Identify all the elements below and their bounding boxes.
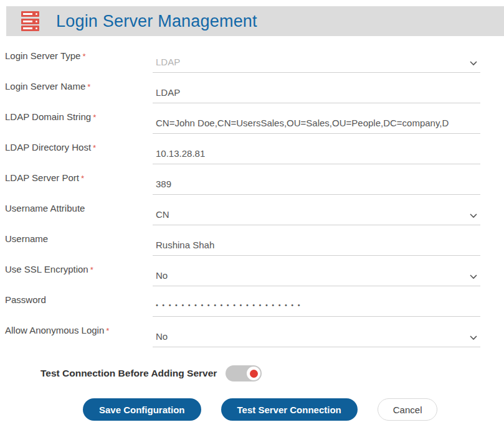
required-asterisk: * <box>93 143 96 152</box>
required-asterisk: * <box>81 174 84 183</box>
cancel-button[interactable]: Cancel <box>378 398 438 421</box>
field-row-login-server-name: Login Server Name* LDAP <box>0 73 504 103</box>
page-title: Login Server Management <box>56 12 257 31</box>
field-value: LDAP <box>153 87 180 103</box>
field-row-ldap-directory-host: LDAP Directory Host* 10.13.28.81 <box>0 134 504 164</box>
field-label: Login Server Type* <box>5 42 153 73</box>
field-row-ldap-server-port: LDAP Server Port* 389 <box>0 164 504 195</box>
field-value: LDAP <box>153 57 180 72</box>
select-use-ssl-encryption[interactable]: No <box>153 256 480 286</box>
field-label: Login Server Name* <box>5 73 153 103</box>
input-username[interactable]: Rushina Shah <box>153 225 480 256</box>
input-password[interactable]: ••••••••••••••••••••••• <box>153 286 480 317</box>
input-ldap-directory-host[interactable]: 10.13.28.81 <box>153 134 480 164</box>
required-asterisk: * <box>93 113 96 122</box>
test-connection-toggle[interactable] <box>226 365 262 381</box>
field-value: No <box>153 270 168 286</box>
field-value: CN=John Doe,CN=UsersSales,OU=Sales,OU=Pe… <box>153 118 449 133</box>
field-label: Username* <box>5 225 153 256</box>
field-row-use-ssl-encryption: Use SSL Encryption* No <box>0 256 504 286</box>
field-value: 389 <box>153 179 171 194</box>
test-server-connection-button[interactable]: Test Server Connection <box>221 398 358 421</box>
login-server-form: Login Server Type* LDAP Login Server Nam… <box>0 42 504 347</box>
test-connection-row: Test Connection Before Adding Server <box>0 365 504 382</box>
field-label: LDAP Directory Host* <box>5 134 153 164</box>
field-row-password: Password* ••••••••••••••••••••••• <box>0 286 504 317</box>
save-configuration-button[interactable]: Save Configuration <box>83 398 201 421</box>
field-row-username: Username* Rushina Shah <box>0 225 504 256</box>
action-buttons: Save Configuration Test Server Connectio… <box>83 398 504 421</box>
field-row-ldap-domain-string: LDAP Domain String* CN=John Doe,CN=Users… <box>0 103 504 134</box>
field-label: Allow Anonymous Login* <box>5 317 153 347</box>
server-icon <box>21 11 39 31</box>
field-row-username-attribute: Username Attribute* CN <box>0 195 504 225</box>
toggle-label: Test Connection Before Adding Server <box>40 368 217 379</box>
required-asterisk: * <box>90 265 93 274</box>
field-label: LDAP Domain String* <box>5 103 153 134</box>
field-value: 10.13.28.81 <box>153 148 205 164</box>
required-asterisk: * <box>87 82 90 91</box>
select-login-server-type: LDAP <box>153 42 480 73</box>
toggle-knob <box>247 367 260 380</box>
input-ldap-domain-string[interactable]: CN=John Doe,CN=UsersSales,OU=Sales,OU=Pe… <box>153 103 480 134</box>
field-label: Password* <box>5 286 153 317</box>
required-asterisk: * <box>82 52 85 61</box>
required-asterisk: * <box>106 326 109 335</box>
input-login-server-name[interactable]: LDAP <box>153 73 480 103</box>
input-ldap-server-port[interactable]: 389 <box>153 164 480 195</box>
field-row-login-server-type: Login Server Type* LDAP <box>0 42 504 73</box>
field-label: Use SSL Encryption* <box>5 256 153 286</box>
chevron-down-icon <box>470 274 477 279</box>
chevron-down-icon <box>470 61 477 66</box>
chevron-down-icon <box>470 335 477 340</box>
chevron-down-icon <box>470 213 477 218</box>
field-value: No <box>153 331 168 347</box>
page-header: Login Server Management <box>6 6 504 36</box>
field-label: Username Attribute* <box>5 195 153 225</box>
field-row-allow-anonymous-login: Allow Anonymous Login* No <box>0 317 504 347</box>
field-value: CN <box>153 209 169 225</box>
select-username-attribute[interactable]: CN <box>153 195 480 225</box>
field-value: Rushina Shah <box>153 240 214 255</box>
field-label: LDAP Server Port* <box>5 164 153 195</box>
field-value: ••••••••••••••••••••••• <box>153 301 304 316</box>
select-allow-anonymous-login[interactable]: No <box>153 317 480 347</box>
